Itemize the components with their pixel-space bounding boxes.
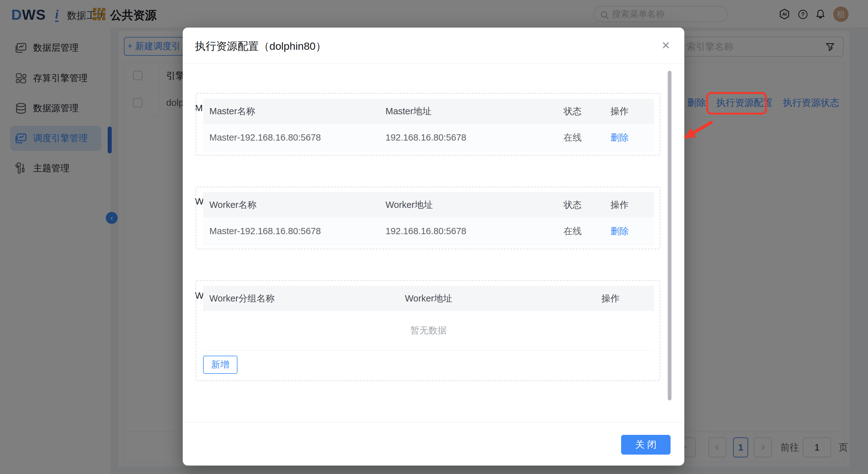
resource-config-dialog: 执行资源配置（dolphin80） ✕ Master Master名称 Mast… bbox=[183, 28, 684, 466]
empty-placeholder: 暂无数据 bbox=[203, 311, 654, 351]
modal-scrollbar-thumb[interactable] bbox=[668, 71, 672, 401]
worker-delete-link[interactable]: 删除 bbox=[611, 217, 629, 245]
worker-section-box: Worker名称 Worker地址 状态 操作 Master-192.168.1… bbox=[195, 186, 660, 249]
master-name-cell: Master-192.168.16.80:5678 bbox=[209, 124, 321, 151]
worker-table-row: Master-192.168.16.80:5678 192.168.16.80:… bbox=[203, 217, 654, 245]
worker-group-name-column: Worker分组名称 bbox=[209, 286, 275, 311]
master-name-column: Master名称 bbox=[209, 99, 255, 124]
add-worker-group-button[interactable]: 新增 bbox=[203, 356, 238, 374]
annotation-highlight-box bbox=[706, 92, 767, 115]
worker-status-column: 状态 bbox=[563, 192, 582, 217]
worker-action-column: 操作 bbox=[611, 192, 629, 217]
worker-group-section-box: Worker分组名称 Worker地址 操作 暂无数据 新增 bbox=[195, 280, 660, 381]
master-action-column: 操作 bbox=[611, 99, 629, 124]
master-table-header: Master名称 Master地址 状态 操作 bbox=[203, 99, 654, 124]
worker-group-address-column: Worker地址 bbox=[405, 286, 452, 311]
worker-address-column: Worker地址 bbox=[385, 192, 433, 217]
worker-group-table-header: Worker分组名称 Worker地址 操作 bbox=[203, 286, 654, 311]
master-status-column: 状态 bbox=[563, 99, 582, 124]
master-address-column: Master地址 bbox=[385, 99, 432, 124]
worker-address-cell: 192.168.16.80:5678 bbox=[385, 217, 466, 245]
master-address-cell: 192.168.16.80:5678 bbox=[385, 124, 466, 151]
master-delete-link[interactable]: 删除 bbox=[611, 124, 629, 151]
worker-table: Worker名称 Worker地址 状态 操作 Master-192.168.1… bbox=[203, 192, 654, 245]
worker-status-cell: 在线 bbox=[563, 217, 582, 245]
worker-name-column: Worker名称 bbox=[209, 192, 256, 217]
worker-table-header: Worker名称 Worker地址 状态 操作 bbox=[203, 192, 654, 217]
master-section-box: Master名称 Master地址 状态 操作 Master-192.168.1… bbox=[195, 93, 660, 156]
master-table-row: Master-192.168.16.80:5678 192.168.16.80:… bbox=[203, 124, 654, 151]
dialog-footer-divider bbox=[183, 422, 684, 422]
worker-name-cell: Master-192.168.16.80:5678 bbox=[209, 217, 321, 245]
master-status-cell: 在线 bbox=[563, 124, 582, 151]
close-button[interactable]: 关 闭 bbox=[621, 435, 671, 454]
master-table: Master名称 Master地址 状态 操作 Master-192.168.1… bbox=[203, 99, 654, 151]
dialog-title: 执行资源配置（dolphin80） bbox=[195, 39, 326, 54]
worker-group-table: Worker分组名称 Worker地址 操作 bbox=[203, 286, 654, 311]
worker-group-action-column: 操作 bbox=[601, 286, 620, 311]
close-icon[interactable]: ✕ bbox=[660, 39, 672, 52]
